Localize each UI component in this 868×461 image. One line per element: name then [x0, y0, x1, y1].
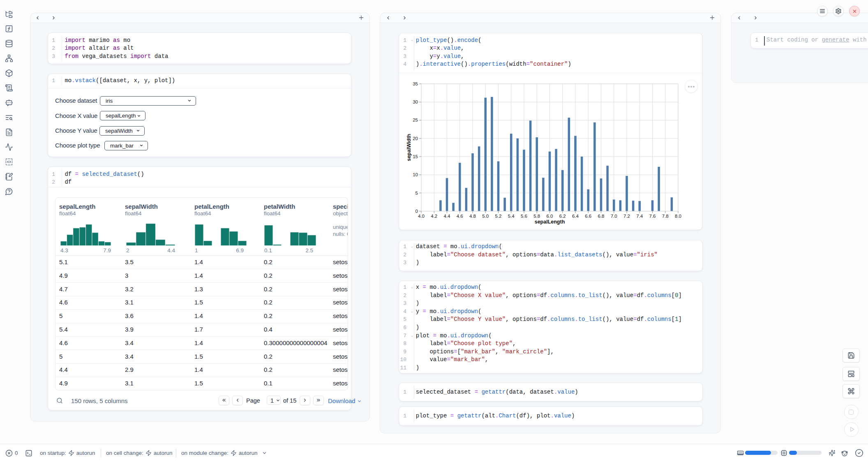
svg-text:15: 15 — [413, 154, 418, 159]
svg-text:7.2: 7.2 — [623, 214, 630, 219]
svg-text:7.0: 7.0 — [611, 214, 617, 219]
svg-text:6.2: 6.2 — [559, 214, 566, 219]
svg-text:25: 25 — [413, 118, 418, 122]
svg-text:6.4: 6.4 — [572, 214, 579, 219]
svg-text:6.0: 6.0 — [547, 214, 553, 219]
svg-text:5: 5 — [416, 191, 418, 196]
svg-text:5.8: 5.8 — [533, 214, 540, 219]
svg-text:30: 30 — [413, 99, 418, 104]
svg-text:8.0: 8.0 — [675, 214, 681, 219]
svg-text:sepalLength: sepalLength — [535, 219, 565, 225]
svg-text:7.6: 7.6 — [649, 214, 656, 219]
svg-text:5.6: 5.6 — [521, 214, 527, 219]
svg-text:sepalWidth: sepalWidth — [406, 134, 412, 161]
svg-text:20: 20 — [413, 136, 418, 141]
svg-text:4.6: 4.6 — [457, 214, 463, 219]
svg-text:4.0: 4.0 — [418, 214, 425, 219]
svg-text:5.2: 5.2 — [495, 214, 502, 219]
svg-text:35: 35 — [413, 81, 418, 86]
svg-text:6.8: 6.8 — [598, 214, 605, 219]
svg-text:10: 10 — [413, 172, 418, 177]
svg-text:7.8: 7.8 — [662, 214, 669, 219]
svg-text:4.2: 4.2 — [431, 214, 437, 219]
svg-text:6.6: 6.6 — [585, 214, 591, 219]
svg-text:0: 0 — [416, 209, 418, 214]
svg-text:5.0: 5.0 — [482, 214, 489, 219]
svg-text:4.8: 4.8 — [469, 214, 476, 219]
svg-text:5.4: 5.4 — [508, 214, 515, 219]
svg-text:4.4: 4.4 — [444, 214, 451, 219]
svg-text:7.4: 7.4 — [636, 214, 643, 219]
